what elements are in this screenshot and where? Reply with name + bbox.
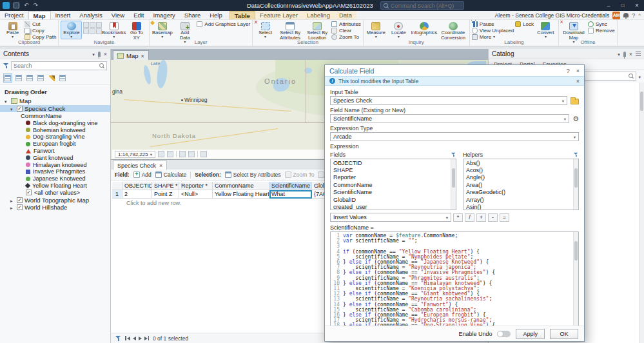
insert-values-combo[interactable]: Insert Values [330,213,451,222]
first-record-icon[interactable] [125,336,130,340]
expander-icon[interactable] [10,197,15,204]
save-icon[interactable] [14,3,19,8]
input-table-combo[interactable]: Species Check [330,96,567,105]
close-tab-icon[interactable] [159,162,162,169]
calculate-button[interactable]: Calculate [155,172,186,178]
helpers-list[interactable]: Abs() Acos() Angle() Area() AreaGeodetic… [463,159,579,210]
close-button[interactable] [630,0,644,11]
next-record-icon[interactable] [139,337,142,340]
tree-node-commonname[interactable]: CommonName [0,112,110,120]
account-name[interactable]: Aleem - Seneca College GIS Micro-Credent… [495,12,610,19]
map-view-tab[interactable]: Map [113,50,149,60]
ribbon-tab[interactable]: Help [205,11,227,19]
attributes-button[interactable]: Attributes [331,21,361,27]
command-search[interactable] [380,1,464,10]
scrollbar[interactable] [639,83,644,343]
menu-icon[interactable] [636,52,641,56]
field-list-item[interactable]: CommonName [331,181,451,188]
field-list-item[interactable]: SHAPE [331,166,451,173]
legend-item[interactable]: European frogbit [0,141,110,148]
navigate-mini-grid[interactable] [83,22,102,34]
legend-item[interactable]: Japanese Knotweed [0,175,110,182]
ribbon-tab[interactable]: Analysis [75,11,106,19]
legend-item[interactable]: Giant knotweed [0,154,110,161]
cell-objectid[interactable]: 2 [122,190,152,199]
select-by-attributes-button[interactable]: Select By Attributes [225,172,281,178]
enable-undo-toggle[interactable] [497,331,511,337]
apply-button[interactable]: Apply [516,329,545,339]
view-unplaced-button[interactable]: View Unplaced [472,28,514,34]
list-by-selection-button[interactable] [25,74,34,83]
ribbon-tab[interactable]: Share [180,11,205,19]
scrollbar[interactable] [573,159,578,210]
avatar[interactable]: AM [612,12,620,19]
pin-icon[interactable] [98,52,101,57]
measure-button[interactable]: Measure [366,21,387,39]
previous-record-icon[interactable] [133,337,136,340]
cell-commonname[interactable]: Yellow Floating Heart [213,190,269,199]
help-icon[interactable]: ? [632,12,635,19]
legend-item[interactable]: Black dog-strangling vine [0,120,110,127]
close-tab-icon[interactable] [141,52,144,59]
row-selector[interactable]: 1 [112,190,122,199]
field-name-combo[interactable]: ScientificName [330,114,569,123]
layer-checkbox[interactable] [17,106,23,112]
redo-icon[interactable]: ↷ [34,3,39,8]
column-header-objectid[interactable]: OBJECTID * [122,182,152,190]
select-by-location-button[interactable]: Select By Location [304,21,330,41]
tree-node-basemap[interactable]: World Topographic Map [0,196,110,204]
tree-node-basemap[interactable]: World Hillshade [0,204,110,211]
helper-list-item[interactable]: Acos() [463,166,573,173]
remove-button[interactable]: Remove [588,28,615,34]
convert-button[interactable]: Convert [535,21,556,39]
field-list-item[interactable]: created_user [331,203,451,210]
ribbon-tab[interactable]: Project [0,11,28,19]
add-graphics-layer-button[interactable]: Add Graphics Layer [197,21,250,27]
ribbon-contextual-tab[interactable]: Table [229,11,255,19]
layout-icon[interactable] [167,151,173,157]
field-list-item[interactable]: OBJECTID [331,159,451,166]
scrollbar[interactable] [451,159,456,210]
basemap-button[interactable]: Basemap [151,21,173,39]
ribbon-tab[interactable]: View [107,11,129,19]
copy-button[interactable]: Copy [24,28,56,34]
minimize-button[interactable] [601,0,616,11]
field-list-item[interactable]: Reporter [331,174,451,181]
list-by-drawing-order-button[interactable] [3,74,12,83]
contents-search-input[interactable] [14,63,98,69]
fields-list[interactable]: OBJECTID SHAPE Reporter CommonName Scien… [330,159,456,210]
scale-selector[interactable]: 1:14,792,225 [115,151,155,158]
ribbon-contextual-tab[interactable]: Feature Layer [255,11,302,19]
help-icon[interactable] [566,67,569,74]
ribbon-tab[interactable]: Imagery [149,11,180,19]
collapse-ribbon-icon[interactable]: ^ [638,12,641,18]
legend-item[interactable]: Himalayan knotweed [0,161,110,168]
scrollbar[interactable] [573,232,578,326]
cell-reporter[interactable]: <Null> [179,190,213,199]
helper-list-item[interactable]: Array() [463,196,573,203]
select-by-attributes-button[interactable]: Select By Attributes [277,21,303,41]
command-search-input[interactable] [391,3,461,9]
north-arrow-icon[interactable] [200,151,207,157]
ribbon-tab[interactable]: Insert [51,11,75,19]
go-to-xy-button[interactable]: Go To XY [126,21,147,41]
maximize-button[interactable] [616,0,630,11]
snapping-icon[interactable] [179,151,186,157]
operator-button[interactable]: = [500,213,509,222]
legend-item[interactable]: Yellow Floating Heart [0,182,110,190]
notifications-icon[interactable] [623,13,629,17]
dismiss-info-icon[interactable] [576,78,580,84]
column-header-scientificname[interactable]: ScientificName [269,182,312,190]
chevron-down-icon[interactable] [618,50,620,57]
pause-button[interactable]: Pause [472,21,514,27]
all-other-checkbox[interactable] [26,190,32,195]
expander-icon[interactable] [10,105,15,112]
tree-node-species-check[interactable]: Species Check [0,105,110,113]
cell-shape[interactable]: Point Z [152,190,179,199]
paste-button[interactable]: Paste [2,21,23,39]
cut-button[interactable]: Cut [24,21,56,27]
clear-button[interactable]: Clear [331,28,361,34]
explore-button[interactable]: Explore [61,21,82,39]
ribbon-tab[interactable]: Map [28,11,51,19]
record-navigation[interactable] [125,336,149,340]
